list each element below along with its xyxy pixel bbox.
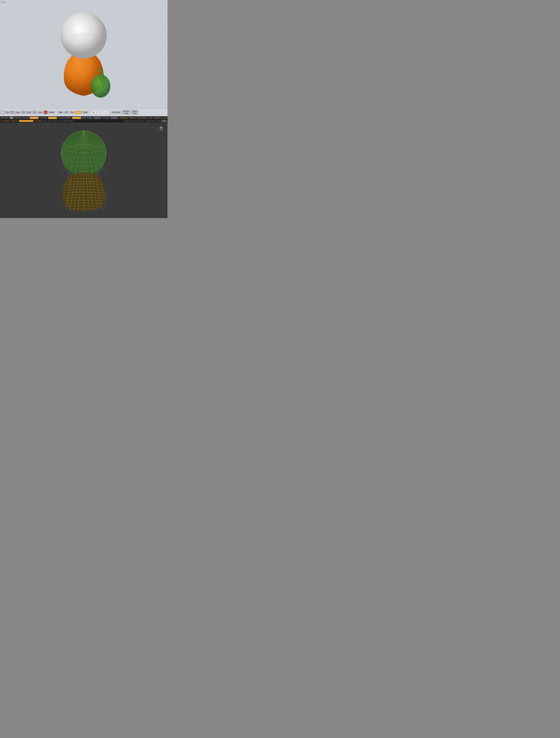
brush-mod-label: Brush Modifier xyxy=(82,117,93,119)
active-points-label: ActivePoints: xyxy=(137,117,147,119)
redo-button[interactable]: Redo xyxy=(37,111,43,114)
shelf-row-2: Live Boolean Thickness Live Tablet Mouse… xyxy=(0,119,167,122)
top-button[interactable]: Top xyxy=(69,111,74,114)
file-icon[interactable]: 📄 xyxy=(1,110,4,114)
separator-1 xyxy=(56,110,57,115)
delete-icon[interactable]: ✕ xyxy=(44,110,47,114)
poly-builder-label[interactable]: PolyBuilder xyxy=(120,117,128,119)
dynamic-label[interactable]: Dynamic xyxy=(138,120,144,122)
3d-button[interactable]: 3D xyxy=(64,111,69,114)
live-boolean-label[interactable]: Live Boolean xyxy=(1,120,10,122)
thickness-label[interactable]: Thickness xyxy=(129,117,137,119)
thickness-shelf2-label[interactable]: Thickness xyxy=(11,120,18,122)
svg-point-1 xyxy=(91,74,110,98)
draw-size-label: Draw Size xyxy=(53,120,60,122)
offset-label[interactable]: Offset xyxy=(156,120,161,122)
strength-mult-slider[interactable]: 1 xyxy=(72,117,81,119)
thick-skin-label[interactable]: Thick Skin xyxy=(1,117,8,119)
front-button[interactable]: Front xyxy=(75,111,82,114)
split-button[interactable]: Split xyxy=(58,111,63,114)
total-points-value: 3,444 xyxy=(163,117,167,119)
val2-input[interactable] xyxy=(97,111,103,114)
thick-skin-toggle[interactable] xyxy=(9,117,14,119)
grid-snap-button[interactable]: Grid Snap xyxy=(111,111,121,114)
register-label[interactable]: Register To Active xyxy=(124,120,137,122)
draw-size-value: 64 xyxy=(61,120,63,122)
object-snap-button[interactable]: ObjectSnap xyxy=(131,110,139,115)
shelf-row-1: Thick Skin Mask Blur Strength 25 Z Inten… xyxy=(0,116,167,119)
file-icons-group: 📄 File 💾 Save ↩ Undo ↪ Redo ✕ Delete xyxy=(1,110,56,114)
z-intensity-label: Z Intensity xyxy=(39,117,47,119)
3d-model-top xyxy=(48,5,120,105)
subgrid-label[interactable]: SubgridSubdiv xyxy=(145,120,155,122)
undo-button[interactable]: Undo xyxy=(25,111,32,114)
live-tablet-label[interactable]: Live Tablet xyxy=(34,120,42,122)
save-icon[interactable]: 💾 xyxy=(10,110,14,114)
x-pos-slider[interactable]: -0 xyxy=(110,117,118,119)
undo-icon[interactable]: ↩ xyxy=(21,110,25,114)
active-points-value: 3,444 xyxy=(148,117,152,119)
save-button[interactable]: Save xyxy=(14,111,21,114)
mask-blur-label: Mask Blur Strength xyxy=(15,117,29,119)
redo-icon[interactable]: ↪ xyxy=(33,110,36,114)
brush-mod-slider[interactable]: 0 xyxy=(94,117,101,119)
mouse-avg-value: 4 xyxy=(51,120,52,122)
total-points-label: TotalPoints: xyxy=(153,117,162,119)
val1-input[interactable] xyxy=(91,111,96,114)
straight-snap-button[interactable]: StraightSnap xyxy=(122,110,130,115)
file-button[interactable]: File xyxy=(5,111,10,114)
mouse-avg-label: Mouse Avg xyxy=(42,120,50,122)
strength-mult-label: Strength Multiplier xyxy=(58,117,71,119)
bottom-viewport[interactable] xyxy=(0,122,167,218)
value-inputs xyxy=(91,111,109,114)
z-intensity-slider[interactable]: 25 xyxy=(48,117,57,119)
x-pos-label: X Position xyxy=(102,117,109,119)
view-buttons-group: Split 3D Top Front Right xyxy=(58,111,89,114)
apply-label[interactable]: Apply xyxy=(161,120,167,122)
orientation-gizmo xyxy=(157,124,166,133)
right-button[interactable]: Right xyxy=(82,111,89,114)
delete-button[interactable]: Delete xyxy=(48,111,56,114)
svg-point-8 xyxy=(160,126,162,128)
3d-model-bottom xyxy=(49,126,118,215)
viewport-label-front: Front xyxy=(1,1,6,3)
toolbar: 📄 File 💾 Save ↩ Undo ↪ Redo ✕ Delete Spl… xyxy=(0,108,167,116)
top-viewport[interactable]: Front xyxy=(0,0,167,108)
infinite-depth-label[interactable]: Infinite Depth xyxy=(63,120,73,122)
val3-input[interactable] xyxy=(103,111,109,114)
snap-buttons-group: Grid Snap StraightSnap ObjectSnap xyxy=(111,110,139,115)
separator-3 xyxy=(110,110,110,115)
mask-blur-slider[interactable]: 25 xyxy=(30,117,38,119)
svg-point-2 xyxy=(61,12,107,58)
thickness-slider[interactable] xyxy=(19,120,33,122)
